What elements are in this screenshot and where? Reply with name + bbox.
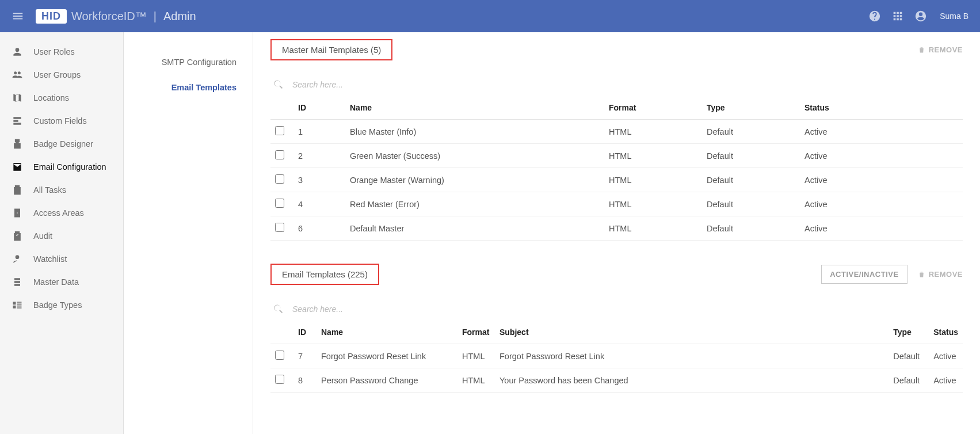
cell-format: HTML [457, 344, 495, 368]
master-templates-title: Master Mail Templates (5) [270, 39, 392, 60]
col-name: Name [317, 321, 457, 344]
mail-icon [12, 161, 23, 173]
sidebar-item-email-configuration[interactable]: Email Configuration [0, 155, 123, 178]
nav-label: Badge Designer [33, 139, 93, 149]
cell-status: Active [800, 216, 963, 241]
cell-format: HTML [604, 144, 702, 168]
app-section: Admin [163, 10, 196, 23]
sidebar-item-user-groups[interactable]: User Groups [0, 63, 123, 86]
table-row[interactable]: 7Forgot Password Reset LinkHTMLForgot Pa… [270, 344, 963, 368]
cell-format: HTML [457, 368, 495, 393]
brand-sep: | [154, 10, 157, 23]
header-actions: Suma B [868, 10, 968, 22]
nav-label: Email Configuration [33, 162, 106, 172]
master-search-input[interactable] [292, 80, 453, 89]
cell-type: Default [702, 120, 800, 144]
row-checkbox[interactable] [275, 351, 284, 360]
subnav-item-email-templates[interactable]: Email Templates [124, 75, 253, 100]
sidebar-item-custom-fields[interactable]: Custom Fields [0, 109, 123, 132]
col-status: Status [800, 96, 963, 120]
sidebar-item-badge-types[interactable]: Badge Types [0, 294, 123, 317]
nav-label: Badge Types [33, 300, 82, 310]
col-format: Format [457, 321, 495, 344]
cell-id: 2 [293, 144, 345, 168]
table-row[interactable]: 4Red Master (Error)HTMLDefaultActive [270, 192, 963, 216]
audit-icon [12, 230, 23, 242]
row-checkbox[interactable] [275, 174, 284, 184]
cell-type: Default [889, 368, 929, 393]
cell-type: Default [702, 192, 800, 216]
sidebar-item-user-roles[interactable]: User Roles [0, 40, 123, 63]
app-header: HID WorkforceID™ | Admin Suma B [0, 0, 980, 32]
sidebar-item-watchlist[interactable]: Watchlist [0, 248, 123, 271]
cell-id: 3 [293, 168, 345, 192]
tasks-icon [12, 184, 23, 196]
row-checkbox[interactable] [275, 126, 284, 135]
remove-templates-button[interactable]: REMOVE [918, 270, 963, 279]
nav-label: User Roles [33, 47, 75, 56]
cell-status: Active [800, 144, 963, 168]
cell-format: HTML [604, 192, 702, 216]
col-status: Status [929, 321, 963, 344]
cell-name: Forgot Password Reset Link [317, 344, 457, 368]
col-type: Type [889, 321, 929, 344]
nav-label: User Groups [33, 70, 81, 79]
table-row[interactable]: 6Default MasterHTMLDefaultActive [270, 216, 963, 241]
secondary-sidebar: SMTP ConfigurationEmail Templates [124, 32, 253, 434]
col-id: ID [293, 96, 345, 120]
col-type: Type [702, 96, 800, 120]
nav-label: Watchlist [33, 254, 67, 264]
table-row[interactable]: 2Green Master (Success)HTMLDefaultActive [270, 144, 963, 168]
username[interactable]: Suma B [940, 12, 968, 21]
sidebar-item-audit[interactable]: Audit [0, 224, 123, 248]
subnav-item-smtp-configuration[interactable]: SMTP Configuration [124, 50, 253, 75]
trash-icon [918, 271, 925, 278]
fields-icon [12, 115, 23, 127]
col-name: Name [345, 96, 604, 120]
sidebar-item-master-data[interactable]: Master Data [0, 271, 123, 294]
col-subject: Subject [495, 321, 889, 344]
cell-type: Default [702, 144, 800, 168]
remove-master-button[interactable]: REMOVE [918, 45, 963, 54]
nav-label: Access Areas [33, 208, 84, 218]
sidebar-item-access-areas[interactable]: Access Areas [0, 201, 123, 224]
row-checkbox[interactable] [275, 223, 284, 232]
badge-icon [12, 138, 23, 150]
help-icon[interactable] [868, 10, 881, 22]
brand-name: WorkforceID™ [71, 10, 147, 23]
master-templates-table: ID Name Format Type Status 1Blue Master … [270, 96, 963, 241]
row-checkbox[interactable] [275, 199, 284, 208]
nav-label: Locations [33, 93, 69, 102]
cell-status: Active [929, 368, 963, 393]
row-checkbox[interactable] [275, 375, 284, 384]
cell-id: 1 [293, 120, 345, 144]
user-avatar-icon[interactable] [914, 10, 927, 22]
cell-status: Active [800, 120, 963, 144]
cell-name: Orange Master (Warning) [345, 168, 604, 192]
cell-type: Default [702, 168, 800, 192]
door-icon [12, 207, 23, 219]
table-row[interactable]: 3Orange Master (Warning)HTMLDefaultActiv… [270, 168, 963, 192]
nav-label: Master Data [33, 277, 79, 287]
watch-icon [12, 253, 23, 265]
content-area: Master Mail Templates (5) REMOVE ID Name… [253, 32, 980, 434]
cell-id: 4 [293, 192, 345, 216]
cell-name: Blue Master (Info) [345, 120, 604, 144]
templates-search-input[interactable] [292, 304, 453, 314]
active-inactive-button[interactable]: ACTIVE/INACTIVE [821, 265, 907, 284]
hamburger-icon[interactable] [12, 10, 24, 22]
cell-status: Active [929, 344, 963, 368]
sidebar-item-badge-designer[interactable]: Badge Designer [0, 132, 123, 155]
apps-icon[interactable] [891, 10, 904, 22]
table-row[interactable]: 8Person Password ChangeHTMLYour Password… [270, 368, 963, 393]
sidebar-item-locations[interactable]: Locations [0, 86, 123, 109]
cell-name: Person Password Change [317, 368, 457, 393]
sidebar-item-all-tasks[interactable]: All Tasks [0, 178, 123, 201]
cell-id: 6 [293, 216, 345, 241]
nav-label: All Tasks [33, 185, 66, 195]
group-icon [12, 69, 23, 81]
map-icon [12, 92, 23, 104]
table-row[interactable]: 1Blue Master (Info)HTMLDefaultActive [270, 120, 963, 144]
row-checkbox[interactable] [275, 150, 284, 159]
cell-status: Active [800, 168, 963, 192]
